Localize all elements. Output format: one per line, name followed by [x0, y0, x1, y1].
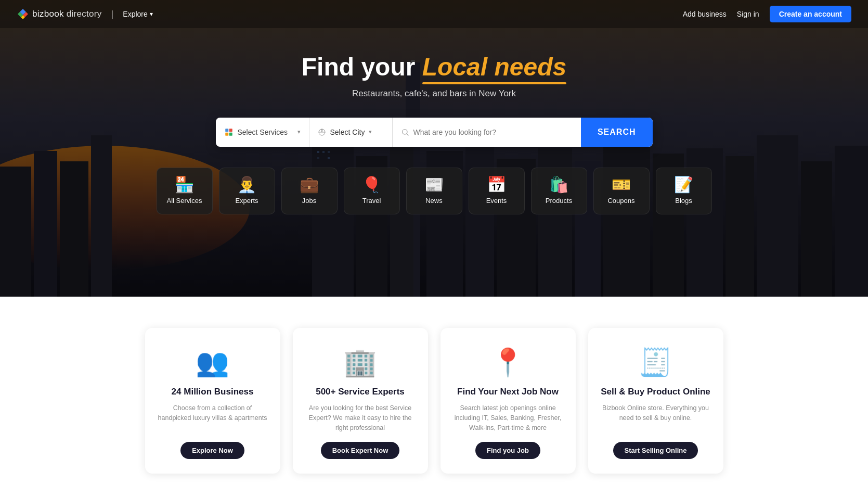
category-label: Coupons	[607, 197, 634, 205]
card-icon: 📍	[491, 347, 525, 378]
category-icon: 🛍️	[549, 177, 568, 193]
category-item-events[interactable]: 📅 Events	[469, 168, 525, 214]
card-button[interactable]: Book Expert Now	[321, 442, 400, 459]
services-chevron-icon: ▾	[297, 129, 301, 135]
feature-card-0: 👥 24 Million Business Choose from a coll…	[145, 328, 280, 474]
svg-rect-36	[225, 132, 228, 135]
card-button[interactable]: Explore Now	[180, 442, 244, 459]
category-item-experts[interactable]: 👨‍💼 Experts	[219, 168, 275, 214]
city-select-text: Select City	[330, 128, 365, 136]
navbar: bizbook directory | Explore ▾ Add busine…	[0, 0, 868, 28]
category-label: Experts	[235, 197, 258, 205]
category-icon: 📰	[424, 177, 444, 193]
category-label: Blogs	[675, 197, 692, 205]
hero-content: Find your Local needs Restaurants, cafe'…	[0, 0, 868, 214]
card-button[interactable]: Find you Job	[475, 442, 540, 459]
nav-divider: |	[111, 9, 114, 20]
category-label: Jobs	[302, 197, 316, 205]
search-input-wrap	[393, 128, 581, 136]
hero-section: Find your Local needs Restaurants, cafe'…	[0, 0, 868, 297]
card-description: Bizbook Online store. Everything you nee…	[601, 403, 711, 432]
card-description: Search latest job openings online includ…	[453, 403, 563, 432]
search-input[interactable]	[413, 128, 573, 136]
services-select[interactable]: Select Services ▾	[216, 118, 309, 147]
navbar-left: bizbook directory | Explore ▾	[17, 8, 153, 20]
categories-row: 🏪 All Services 👨‍💼 Experts 💼 Jobs 🎈 Trav…	[146, 168, 722, 214]
navbar-right: Add business Sign in Create an account	[683, 6, 851, 22]
card-icon: 🧾	[639, 347, 672, 378]
category-item-news[interactable]: 📰 News	[406, 168, 462, 214]
services-select-text: Select Services	[238, 128, 293, 136]
category-item-products[interactable]: 🛍️ Products	[531, 168, 587, 214]
card-description: Are you looking for the best Service Exp…	[305, 403, 416, 432]
logo: bizbook directory	[17, 8, 102, 20]
category-icon: 🎫	[612, 177, 631, 193]
city-icon	[318, 128, 326, 136]
category-icon: 👨‍💼	[237, 177, 256, 193]
category-icon: 🏪	[175, 177, 194, 193]
category-label: Travel	[362, 197, 381, 205]
feature-card-1: 🏢 500+ Service Experts Are you looking f…	[293, 328, 428, 474]
search-button[interactable]: SEARCH	[581, 118, 653, 147]
category-icon: 📝	[674, 177, 693, 193]
add-business-button[interactable]: Add business	[683, 10, 727, 18]
cards-section: 👥 24 Million Business Choose from a coll…	[0, 297, 868, 497]
svg-line-41	[407, 134, 408, 135]
card-title: 500+ Service Experts	[316, 387, 405, 397]
search-icon	[401, 128, 409, 136]
category-item-jobs[interactable]: 💼 Jobs	[281, 168, 338, 214]
card-title: Sell & Buy Product Online	[601, 387, 710, 397]
category-label: All Services	[167, 197, 202, 205]
svg-rect-35	[229, 129, 232, 132]
card-title: 24 Million Business	[172, 387, 254, 397]
category-icon: 💼	[300, 177, 319, 193]
city-chevron-icon: ▾	[369, 129, 372, 135]
feature-card-2: 📍 Find Your Next Job Now Search latest j…	[441, 328, 576, 474]
logo-brand-text: bizbook directory	[32, 9, 102, 19]
card-title: Find Your Next Job Now	[457, 387, 559, 397]
category-label: Products	[546, 197, 572, 205]
card-icon: 👥	[196, 347, 229, 378]
feature-card-3: 🧾 Sell & Buy Product Online Bizbook Onli…	[588, 328, 723, 474]
search-bar: Select Services ▾ Select City ▾ SEA	[216, 118, 653, 147]
card-button[interactable]: Start Selling Online	[613, 442, 698, 459]
category-icon: 📅	[487, 177, 506, 193]
category-item-all-services[interactable]: 🏪 All Services	[157, 168, 213, 214]
category-item-coupons[interactable]: 🎫 Coupons	[593, 168, 650, 214]
svg-rect-37	[229, 132, 232, 135]
svg-rect-34	[225, 129, 228, 132]
card-description: Choose from a collection of handpicked l…	[158, 403, 268, 432]
explore-button[interactable]: Explore ▾	[123, 10, 152, 18]
hero-subtitle: Restaurants, cafe's, and bars in New Yor…	[352, 88, 516, 99]
category-label: Events	[486, 197, 507, 205]
create-account-button[interactable]: Create an account	[770, 6, 851, 22]
logo-icon	[17, 8, 29, 20]
hero-title-highlight: Local needs	[422, 52, 566, 82]
hero-title: Find your Local needs	[302, 52, 566, 82]
city-select[interactable]: Select City ▾	[309, 118, 393, 147]
services-icon	[224, 128, 234, 137]
category-icon: 🎈	[362, 177, 381, 193]
category-item-blogs[interactable]: 📝 Blogs	[656, 168, 712, 214]
sign-in-button[interactable]: Sign in	[737, 10, 759, 18]
category-label: News	[425, 197, 443, 205]
category-item-travel[interactable]: 🎈 Travel	[344, 168, 400, 214]
card-icon: 🏢	[343, 347, 377, 378]
